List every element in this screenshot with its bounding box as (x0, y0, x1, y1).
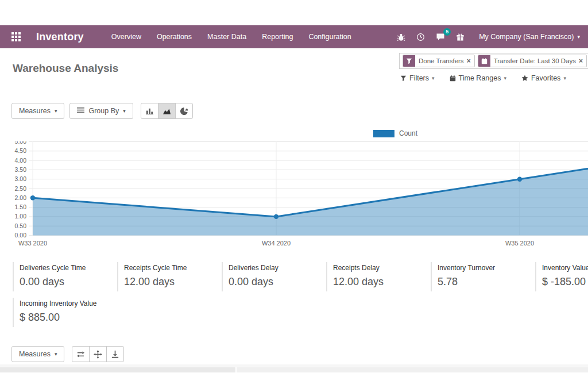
company-menu[interactable]: My Company (San Francisco) ▾ (479, 33, 580, 41)
filter-icon (400, 75, 407, 82)
gift-icon[interactable] (456, 33, 465, 41)
nav-item-overview[interactable]: Overview (111, 33, 141, 41)
legend-label: Count (399, 129, 417, 137)
menu-label: Favorites (531, 74, 560, 82)
y-axis-tick-label: 3.50 (0, 166, 26, 173)
filter-icon (403, 55, 415, 67)
y-axis-tick-label: 0.00 (0, 232, 26, 239)
bar-chart-button[interactable] (141, 103, 158, 119)
pivot-measures-button[interactable]: Measures ▾ (11, 346, 64, 362)
group-by-icon (77, 107, 84, 115)
inventory-warehouse-analysis-page: Inventory OverviewOperationsMaster DataR… (0, 0, 588, 392)
y-axis-tick-label: 1.00 (0, 213, 26, 220)
pie-chart-button[interactable] (175, 103, 193, 119)
menu-label: Time Ranges (459, 74, 501, 82)
calendar-icon (450, 75, 456, 82)
kpi-incoming-inventory-value: Incoming Inventory Value$ 885.00 (13, 298, 117, 327)
kpi-value: 0.00 days (229, 276, 323, 288)
kpi-value: $ 885.00 (20, 312, 114, 324)
x-axis-tick-label: W34 2020 (250, 240, 302, 247)
group-by-button[interactable]: Group By ▾ (69, 103, 133, 119)
kpi-label: Deliveries Cycle Time (20, 264, 114, 272)
nav-item-master-data[interactable]: Master Data (207, 33, 246, 41)
y-axis-tick-label: 0.50 (0, 222, 26, 229)
chevron-down-icon: ▾ (123, 109, 126, 114)
graph-view-toolbar: Measures ▾ Group By ▾ (11, 103, 193, 119)
company-menu-label: My Company (San Francisco) (479, 33, 574, 41)
facet-remove-icon[interactable]: × (579, 57, 583, 64)
clock-icon[interactable] (416, 33, 425, 41)
kpi-label: Receipts Cycle Time (124, 264, 218, 272)
kpi-value: 12.00 days (124, 276, 218, 288)
legend-swatch (373, 130, 394, 137)
area-chart[interactable]: 0.000.501.001.502.002.503.003.504.004.50… (0, 141, 588, 254)
kpi-label: Deliveries Delay (229, 264, 323, 272)
kpi-inventory-turnover: Inventory Turnover5.78 (431, 262, 535, 291)
pivot-measures-button-label: Measures (19, 350, 51, 358)
facet-remove-icon[interactable]: × (467, 57, 471, 64)
area-chart-button[interactable] (158, 103, 176, 119)
calendar-icon (478, 55, 490, 67)
measures-button-label: Measures (19, 107, 51, 115)
kpi-row-1: Deliveries Cycle Time0.00 daysReceipts C… (13, 262, 588, 291)
star-icon (521, 75, 528, 82)
kpi-value: 12.00 days (333, 276, 427, 288)
x-axis-tick-label: W35 2020 (494, 240, 546, 247)
chart-legend[interactable]: Count (373, 129, 417, 137)
y-axis-tick-label: 4.00 (0, 157, 26, 164)
area-chart-canvas[interactable] (0, 141, 588, 237)
y-axis-tick-label: 4.50 (0, 147, 26, 154)
kpi-label: Incoming Inventory Value (20, 299, 114, 308)
x-axis-tick-label: W33 2020 (7, 240, 59, 247)
app-name[interactable]: Inventory (36, 31, 84, 43)
chevron-down-icon: ▾ (577, 34, 580, 40)
kpi-label: Inventory Value (542, 264, 588, 272)
time-ranges-menu-button[interactable]: Time Ranges▾ (450, 74, 506, 82)
favorites-menu-button[interactable]: Favorites▾ (521, 74, 566, 82)
filter-menus-row: Filters▾Time Ranges▾Favorites▾ (400, 74, 566, 82)
chevron-down-icon: ▾ (504, 76, 506, 81)
kpi-value: 5.78 (438, 276, 532, 288)
facet-label: Transfer Date: Last 30 Days (494, 57, 576, 64)
chevron-down-icon: ▾ (432, 76, 435, 81)
pivot-header-cell[interactable] (0, 367, 235, 372)
kpi-deliveries-cycle-time: Deliveries Cycle Time0.00 days (13, 262, 117, 291)
filters-menu-button[interactable]: Filters▾ (400, 74, 435, 82)
download-xlsx-button[interactable] (106, 346, 124, 362)
chevron-down-icon: ▾ (55, 352, 57, 357)
y-axis-tick-label: 2.00 (0, 194, 26, 201)
y-axis-tick-label: 5.00 (0, 141, 26, 145)
page-title: Warehouse Analysis (13, 62, 118, 75)
top-navbar: Inventory OverviewOperationsMaster DataR… (0, 25, 588, 48)
kpi-value: $ -185.00 (542, 276, 588, 288)
nav-item-operations[interactable]: Operations (157, 33, 192, 41)
search-facet-done-transfers: Done Transfers× (403, 55, 475, 67)
y-axis-tick-label: 3.00 (0, 175, 26, 182)
pivot-view-toolbar: Measures ▾ (11, 346, 124, 362)
kpi-receipts-delay: Receipts Delay12.00 days (326, 262, 431, 291)
nav-menu: OverviewOperationsMaster DataReportingCo… (111, 33, 351, 41)
nav-item-configuration[interactable]: Configuration (308, 33, 351, 41)
kpi-label: Receipts Delay (333, 264, 427, 272)
kpi-label: Inventory Turnover (438, 264, 532, 272)
kpi-row-2: Incoming Inventory Value$ 885.00 (13, 298, 117, 327)
group-by-button-label: Group By (88, 107, 119, 115)
flip-axis-button[interactable] (72, 346, 90, 362)
apps-grid-icon[interactable] (11, 32, 21, 41)
bug-icon[interactable] (397, 33, 405, 41)
messages-icon[interactable]: 5 (436, 32, 445, 41)
search-bar: Done Transfers×Transfer Date: Last 30 Da… (399, 53, 588, 69)
measures-button[interactable]: Measures ▾ (11, 103, 64, 119)
pivot-table-stub (0, 364, 588, 372)
expand-all-button[interactable] (89, 346, 107, 362)
chevron-down-icon: ▾ (563, 76, 566, 81)
pivot-header-cell[interactable] (237, 367, 588, 372)
facet-label: Done Transfers (419, 57, 464, 64)
kpi-value: 0.00 days (20, 276, 114, 288)
y-axis-tick-label: 1.50 (0, 203, 26, 210)
kpi-inventory-value: Inventory Value$ -185.00 (535, 262, 588, 291)
chart-type-group (141, 103, 193, 119)
navbar-right: 5 My Company (San Francisco) ▾ (397, 32, 580, 41)
nav-item-reporting[interactable]: Reporting (262, 33, 293, 41)
messages-count-badge: 5 (443, 28, 451, 36)
